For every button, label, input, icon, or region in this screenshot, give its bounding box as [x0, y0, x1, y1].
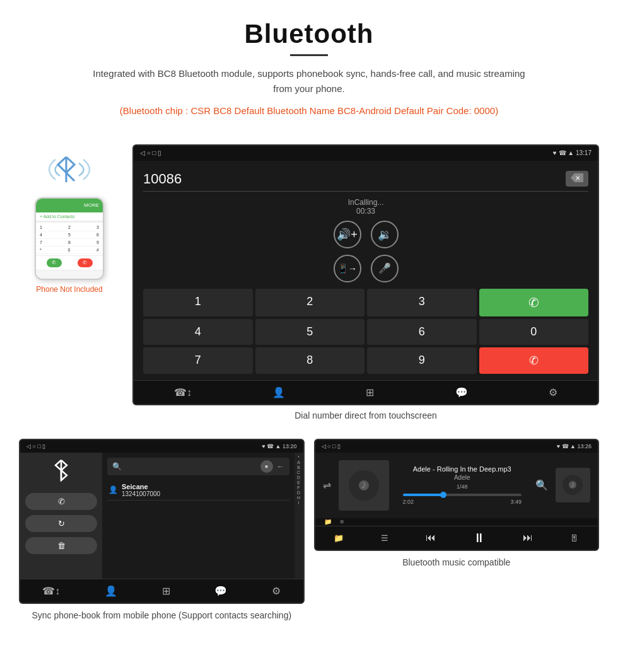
specs-text: (Bluetooth chip : CSR BC8 Default Blueto… — [25, 103, 593, 119]
dial-2[interactable]: 2 — [255, 289, 365, 316]
pb-status-bar: ◁ ○ □ ▯ ♥ ☎ ▲ 13:20 — [20, 440, 303, 453]
dial-0[interactable]: 0 — [479, 319, 589, 345]
dialpad-grid: 1 2 3 ✆ 4 5 6 0 7 8 9 ✆ — [143, 289, 588, 374]
pb-contact-details: Seicane 13241007000 — [122, 483, 160, 497]
backspace-icon: ✕ — [571, 173, 583, 182]
pb-alpha-c[interactable]: C — [296, 470, 302, 475]
dial-call-btn[interactable]: ✆ — [479, 289, 589, 316]
pb-sync-btn[interactable]: ↻ — [25, 515, 97, 532]
playlist2-icon[interactable]: ☰ — [381, 533, 388, 543]
nav-contacts-icon[interactable]: 👤 — [272, 386, 285, 398]
phone-contact-list: 123 456 789 *0# — [36, 223, 103, 255]
nav-calls-icon[interactable]: ☎↕ — [174, 386, 192, 398]
transfer-btn[interactable]: 📱→ — [334, 255, 361, 282]
music-times: 2:02 3:49 — [403, 499, 522, 505]
phone-contacts-header: + Add to Contacts — [36, 212, 103, 221]
phone-not-included-label: Phone Not Included — [36, 285, 102, 294]
dial-3[interactable]: 3 — [367, 289, 477, 316]
phone-contact-row-4: *0# — [36, 246, 103, 254]
nav-messages-icon[interactable]: 💬 — [455, 386, 468, 398]
phone-mockup: MORE + Add to Contacts 123 456 789 *0# — [35, 197, 104, 280]
pb-alpha-index: * A B C D E F G H I — [294, 453, 303, 579]
dialer-content: 10086 ✕ InCalling... 00:33 🔊+ 🔉 — [134, 161, 598, 380]
nav-dialpad-icon[interactable]: ⊞ — [366, 386, 374, 398]
music-note-icon-large: ♪ — [348, 470, 380, 501]
dialer-number-display: 10086 ✕ — [143, 167, 588, 192]
pb-nav-calls[interactable]: ☎↕ — [42, 585, 60, 597]
call-status: InCalling... 00:33 — [143, 198, 588, 216]
dial-9[interactable]: 9 — [367, 347, 477, 374]
phone-end-btn[interactable]: ✆ — [78, 258, 93, 267]
main-content-section: MORE + Add to Contacts 123 456 789 *0# — [0, 138, 618, 429]
phone-actions: ✆ ✆ — [36, 255, 103, 270]
pb-call-btn[interactable]: ✆ — [25, 493, 97, 510]
music-progress-dot[interactable] — [440, 492, 446, 498]
pb-main: 🔍 ● ← 👤 Seicane 13241007000 — [102, 453, 303, 579]
volume-up-btn[interactable]: 🔊+ — [334, 221, 361, 248]
phone-contact-row: 123 — [36, 224, 103, 231]
dial-7[interactable]: 7 — [143, 347, 253, 374]
shuffle-icon[interactable]: ⇌ — [323, 479, 331, 491]
dialer-nav-bar: ☎↕ 👤 ⊞ 💬 ⚙ — [134, 380, 598, 404]
pb-alpha-g[interactable]: G — [296, 490, 302, 495]
pb-alpha-b[interactable]: B — [296, 465, 302, 470]
music-controls: 📁 ☰ ⏮ ⏸ ⏭ 🎚 — [315, 526, 598, 550]
dial-6[interactable]: 6 — [367, 319, 477, 345]
pb-contact-person-icon: 👤 — [108, 485, 118, 494]
dial-end-btn[interactable]: ✆ — [479, 347, 589, 374]
phone-illustration: MORE + Add to Contacts 123 456 789 *0# — [19, 144, 120, 294]
music-status-left: ◁ ○ □ ▯ — [322, 443, 341, 449]
delete-button[interactable]: ✕ — [566, 171, 588, 187]
description: Integrated with BC8 Bluetooth module, su… — [88, 66, 530, 96]
pb-alpha-i[interactable]: I — [296, 501, 302, 505]
dial-4[interactable]: 4 — [143, 319, 253, 345]
phone-contact-row-2: 456 — [36, 231, 103, 239]
pb-status-left: ◁ ○ □ ▯ — [26, 443, 45, 449]
phone-bottom — [36, 270, 103, 279]
music-folder-bar: 📁 ≡ — [315, 518, 598, 526]
pb-alpha-a[interactable]: A — [296, 460, 302, 465]
pb-back-icon[interactable]: ← — [277, 462, 284, 471]
music-note-icon-small: ♪ — [562, 474, 584, 496]
pb-nav-dialpad[interactable]: ⊞ — [162, 585, 170, 597]
pb-nav-messages[interactable]: 💬 — [214, 585, 227, 597]
phonebook-screen: ◁ ○ □ ▯ ♥ ☎ ▲ 13:20 ✆ ↻ 🗑 — [19, 439, 305, 604]
music-info: Adele - Rolling In the Deep.mp3 Adele 1/… — [397, 465, 528, 505]
mic-btn[interactable]: 🎤 — [371, 255, 399, 282]
music-album-art-large: ♪ — [339, 460, 389, 511]
pb-alpha-e[interactable]: E — [296, 480, 302, 485]
play-icon[interactable]: ⏸ — [473, 531, 486, 545]
phonebook-caption: Sync phone-book from mobile phone (Suppo… — [19, 604, 305, 625]
volume-down-btn[interactable]: 🔉 — [371, 221, 399, 248]
pb-alpha-d[interactable]: D — [296, 475, 302, 480]
pb-delete-btn[interactable]: 🗑 — [25, 537, 97, 554]
dialer-caption: Dial number direct from touchscreen — [132, 405, 599, 423]
folder-icon[interactable]: 📁 — [324, 518, 332, 525]
pb-alpha-star[interactable]: * — [296, 455, 302, 460]
dial-5[interactable]: 5 — [255, 319, 365, 345]
next-icon[interactable]: ⏭ — [523, 532, 533, 543]
dial-8[interactable]: 8 — [255, 347, 365, 374]
equalizer-icon[interactable]: 🎚 — [569, 533, 579, 543]
pb-search-bar[interactable]: 🔍 ● ← — [107, 458, 289, 475]
pb-nav-settings[interactable]: ⚙ — [272, 585, 281, 597]
prev-icon[interactable]: ⏮ — [426, 532, 436, 543]
svg-text:♪: ♪ — [361, 478, 366, 491]
dial-1[interactable]: 1 — [143, 289, 253, 316]
music-progress-bar — [403, 494, 522, 496]
playlist-icon[interactable]: ≡ — [341, 518, 344, 525]
svg-text:✕: ✕ — [575, 175, 580, 182]
pb-alpha-h[interactable]: H — [296, 495, 302, 500]
pb-mic-icon: ● — [260, 460, 273, 473]
phone-status-bar: MORE — [36, 199, 103, 212]
nav-settings-icon[interactable]: ⚙ — [549, 386, 557, 398]
pb-alpha-f[interactable]: F — [296, 485, 302, 490]
music-main-area: ⇌ ♪ Adele - Rolling In the Deep.mp3 Adel… — [315, 453, 598, 518]
pb-search-icon: 🔍 — [112, 462, 122, 471]
pb-nav-contacts[interactable]: 👤 — [105, 585, 117, 597]
music-search-icon[interactable]: 🔍 — [535, 479, 548, 491]
phone-call-btn[interactable]: ✆ — [47, 258, 62, 267]
music-status-right: ♥ ☎ ▲ 13:26 — [557, 443, 592, 449]
folder2-icon[interactable]: 📁 — [334, 533, 344, 543]
pb-list-area: 🔍 ● ← 👤 Seicane 13241007000 — [102, 453, 294, 579]
